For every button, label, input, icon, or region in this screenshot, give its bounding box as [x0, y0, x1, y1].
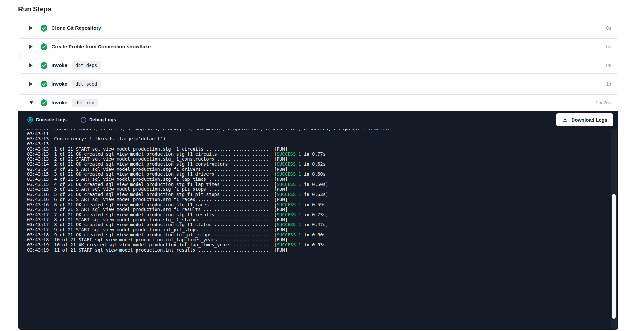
log-line: 03:43:13 2 of 21 START sql view model pr…: [27, 157, 618, 162]
step-command-badge: dbt seed: [72, 80, 100, 88]
download-logs-button[interactable]: Download Logs: [556, 113, 613, 126]
step-duration: 0s: [606, 63, 611, 68]
log-line: 03:43:18 10 of 21 START sql view model p…: [27, 237, 618, 243]
status-success-icon: [41, 62, 47, 69]
step-label: Create Profile from Connection snowflake: [52, 44, 151, 50]
log-line: 03:43:17 9 of 21 START sql view model pr…: [27, 227, 618, 233]
toggle-caret-icon[interactable]: [29, 63, 33, 67]
log-line: 03:43:15 4 of 21 START sql view model pr…: [27, 177, 618, 182]
log-line: 03:43:11 Found 21 models, 17 tests, 0 sn…: [27, 129, 618, 132]
log-success-text: SUCCESS 1: [277, 222, 301, 227]
tab-label: Console Logs: [36, 117, 67, 122]
run-step-header[interactable]: Invoke dbt deps 0s: [18, 57, 618, 73]
step-label: Clone Git Repository: [52, 25, 101, 31]
log-success-text: SUCCESS 1: [277, 232, 301, 237]
console-panel: Console LogsDebug Logs Download Logs 03:…: [18, 111, 618, 330]
status-success-icon: [41, 81, 47, 87]
log-success-text: SUCCESS 1: [277, 161, 301, 167]
log-line: 03:43:17 7 of 21 OK created sql view mod…: [27, 212, 618, 217]
run-step-header[interactable]: Invoke dbt run 2m 26s: [18, 95, 618, 111]
run-step-header[interactable]: Invoke dbt seed 1s: [18, 76, 618, 92]
log-success-text: SUCCESS 1: [277, 182, 301, 187]
step-duration: 1s: [606, 81, 611, 87]
step-duration: 0s: [606, 44, 611, 49]
log-line: 03:43:13 Concurrency: 1 threads (target=…: [27, 136, 618, 142]
run-step-card: Create Profile from Connection snowflake…: [18, 38, 618, 55]
log-success-text: SUCCESS 1: [277, 202, 301, 207]
log-line: 03:43:19 11 of 21 START sql view model p…: [27, 248, 618, 253]
toggle-caret-icon[interactable]: [29, 101, 33, 104]
status-success-icon: [41, 43, 47, 50]
log-line: 03:43:18 9 of 21 OK created sql view mod…: [27, 233, 618, 238]
step-label: Invoke: [52, 81, 67, 87]
tab-console-logs[interactable]: Console Logs: [27, 117, 67, 123]
step-command-badge: dbt run: [72, 99, 98, 107]
log-line: 03:43:15 3 of 21 OK created sql view mod…: [27, 172, 618, 177]
log-success-text: SUCCESS 1: [277, 171, 301, 177]
log-line: 03:43:17 8 of 21 START sql view model pr…: [27, 217, 618, 223]
tab-label: Debug Logs: [89, 117, 116, 122]
log-type-tabs: Console LogsDebug Logs: [27, 117, 130, 123]
log-success-text: SUCCESS 1: [277, 212, 301, 217]
check-circle-icon: [41, 43, 47, 50]
step-label: Invoke: [52, 100, 67, 106]
log-line: 03:43:19 10 of 21 OK created sql view mo…: [27, 243, 618, 248]
download-logs-label: Download Logs: [571, 117, 607, 123]
console-toolbar: Console LogsDebug Logs Download Logs: [18, 111, 618, 129]
radio-icon: [27, 117, 33, 123]
log-line: 03:43:16 7 of 21 START sql view model pr…: [27, 207, 618, 212]
log-line: 03:43:13: [27, 142, 618, 147]
log-line: 03:43:15 5 of 21 START sql view model pr…: [27, 187, 618, 192]
log-line: 03:43:14 3 of 21 START sql view model pr…: [27, 167, 618, 172]
page-title: Run Steps: [18, 5, 644, 14]
toggle-caret-icon[interactable]: [29, 45, 33, 49]
log-success-text: SUCCESS 1: [277, 192, 301, 197]
step-command-badge: dbt deps: [72, 61, 100, 69]
log-line: 03:43:16 5 of 21 OK created sql view mod…: [27, 192, 618, 197]
run-steps-page: Run Steps Clone Git Repository 0s: [0, 0, 644, 330]
run-step-card: Invoke dbt run 2m 26s Console LogsDebug …: [18, 94, 618, 330]
tab-debug-logs[interactable]: Debug Logs: [81, 117, 116, 123]
download-icon: [562, 117, 568, 123]
run-step-card: Invoke dbt deps 0s: [18, 57, 618, 74]
log-line: 03:43:16 6 of 21 OK created sql view mod…: [27, 202, 618, 207]
step-duration: 0s: [606, 25, 611, 31]
log-line: 03:43:17 8 of 21 OK created sql view mod…: [27, 222, 618, 227]
status-success-icon: [41, 25, 47, 32]
log-scrollbar-thumb[interactable]: [612, 194, 616, 319]
log-viewport[interactable]: 03:43:11 Found 21 models, 17 tests, 0 sn…: [18, 129, 618, 330]
check-circle-icon: [41, 99, 47, 106]
log-success-text: SUCCESS 1: [277, 242, 301, 247]
log-success-text: SUCCESS 1: [277, 152, 301, 157]
toggle-caret-icon[interactable]: [29, 26, 33, 30]
run-step-card: Clone Git Repository 0s: [18, 20, 618, 36]
log-line: 03:43:13 1 of 21 START sql view model pr…: [27, 147, 618, 152]
toggle-caret-icon[interactable]: [29, 82, 33, 86]
check-circle-icon: [41, 25, 47, 32]
run-step-card: Invoke dbt seed 1s: [18, 76, 618, 92]
log-line: 03:43:11: [27, 132, 618, 137]
status-success-icon: [41, 99, 47, 106]
check-circle-icon: [41, 62, 47, 69]
log-line: 03:43:14 2 of 21 OK created sql view mod…: [27, 162, 618, 167]
step-duration: 2m 26s: [596, 100, 611, 105]
check-circle-icon: [41, 81, 47, 87]
run-step-header[interactable]: Clone Git Repository 0s: [18, 20, 618, 36]
log-lines: 03:43:11 Found 21 models, 17 tests, 0 sn…: [27, 129, 618, 253]
log-line: 03:43:13 1 of 21 OK created sql view mod…: [27, 152, 618, 157]
step-label: Invoke: [52, 62, 67, 68]
steps-list: Clone Git Repository 0s Create Profile f…: [18, 20, 644, 330]
run-step-header[interactable]: Create Profile from Connection snowflake…: [18, 39, 618, 55]
radio-icon: [81, 117, 86, 123]
log-line: 03:43:16 6 of 21 START sql view model pr…: [27, 197, 618, 202]
log-line: 03:43:15 4 of 21 OK created sql view mod…: [27, 182, 618, 187]
